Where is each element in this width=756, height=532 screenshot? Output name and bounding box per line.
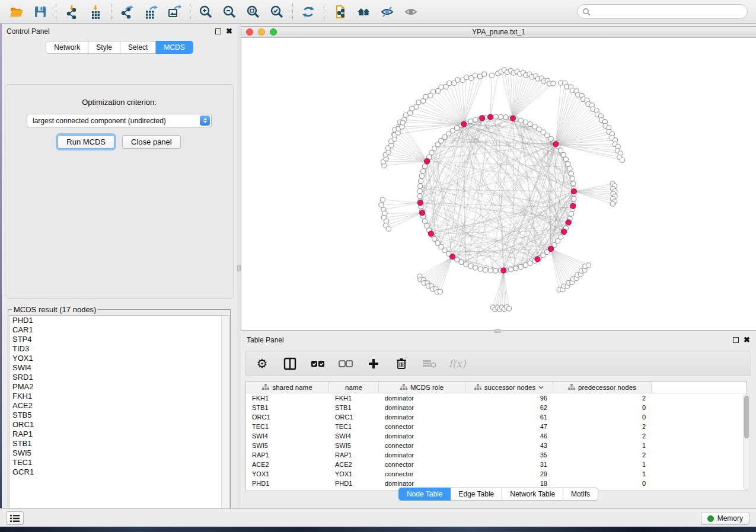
list-item[interactable]: SWI5 — [9, 448, 229, 458]
criterion-select[interactable]: largest connected component (undirected) — [27, 114, 212, 127]
zoom-out-icon — [222, 5, 237, 19]
table-row[interactable]: ORC1ORC1dominator610 — [246, 412, 747, 422]
table-cell: 2 — [553, 451, 652, 459]
table-row[interactable]: ACE2ACE2connector311 — [246, 460, 747, 469]
list-item[interactable]: ORC1 — [9, 420, 229, 430]
tab-select[interactable]: Select — [120, 41, 156, 54]
close-panel-icon[interactable]: ✖ — [226, 28, 232, 34]
column-header-successor-nodes[interactable]: successor nodes — [465, 382, 553, 393]
table-cell: 0 — [553, 480, 652, 487]
list-item[interactable]: FKH1 — [9, 392, 229, 401]
import-table-button[interactable] — [84, 2, 107, 21]
tab-network-table[interactable]: Network Table — [502, 488, 563, 501]
run-mcds-button[interactable]: Run MCDS — [58, 135, 114, 149]
table-scrollbar-thumb[interactable] — [744, 396, 749, 438]
tab-mcds[interactable]: MCDS — [156, 41, 193, 54]
show-all-button[interactable] — [399, 2, 423, 21]
list-item[interactable]: STB1 — [9, 439, 229, 448]
tab-edge-table[interactable]: Edge Table — [451, 488, 502, 501]
open-file-icon — [9, 5, 24, 19]
hide-selected-button[interactable] — [375, 2, 399, 21]
tab-node-table[interactable]: Node Table — [398, 488, 451, 501]
zoom-fit-button[interactable] — [241, 2, 265, 21]
list-item[interactable]: SRD1 — [9, 373, 229, 382]
table-cell: connector — [379, 423, 465, 430]
toolbar-separator — [56, 4, 56, 20]
list-item[interactable]: TEC1 — [9, 458, 229, 467]
table-cell: YOX1 — [246, 470, 329, 477]
network-canvas[interactable] — [241, 38, 755, 330]
export-network-button[interactable] — [115, 2, 139, 21]
export-table-icon — [143, 5, 158, 19]
tab-motifs[interactable]: Motifs — [563, 488, 598, 501]
memory-button[interactable]: Memory — [701, 512, 749, 525]
search-input[interactable] — [591, 8, 733, 16]
export-image-button[interactable] — [162, 2, 186, 21]
list-item[interactable]: GCR1 — [9, 467, 229, 477]
table-row[interactable]: YOX1YOX1connector291 — [246, 469, 747, 479]
zoom-selected-button[interactable] — [265, 2, 289, 21]
table-scrollbar[interactable] — [743, 394, 750, 490]
column-header-name[interactable]: name — [329, 382, 379, 393]
close-table-panel-icon[interactable]: ✖ — [744, 337, 750, 343]
list-item[interactable]: SWI4 — [9, 363, 229, 373]
list-item[interactable]: CAR1 — [9, 325, 229, 335]
export-table-button[interactable] — [139, 2, 162, 21]
tab-style[interactable]: Style — [88, 41, 120, 54]
toolbar-separator — [190, 4, 190, 20]
deselect-all-icon[interactable] — [338, 356, 353, 371]
list-item[interactable]: RAP1 — [9, 430, 229, 439]
delete-column-icon[interactable] — [394, 356, 409, 371]
table-row[interactable]: PHD1PHD1dominator180 — [246, 479, 747, 488]
mcds-result-list[interactable]: PHD1CAR1STP4TID3YOX1SWI4SRD1PMA2FKH1ACE2… — [9, 315, 229, 530]
list-item[interactable]: PHD1 — [9, 316, 229, 325]
list-item[interactable]: STP4 — [9, 335, 229, 344]
list-item[interactable]: YOX1 — [9, 354, 229, 363]
zoom-out-button[interactable] — [218, 2, 241, 21]
table-row[interactable]: SWI5SWI5connector431 — [246, 441, 747, 450]
float-panel-icon[interactable] — [215, 28, 221, 34]
search-box[interactable] — [577, 4, 748, 19]
list-item[interactable]: STB5 — [9, 411, 229, 420]
open-file-button[interactable] — [5, 2, 28, 21]
refresh-button[interactable] — [296, 2, 320, 21]
result-list-scrollbar[interactable] — [221, 316, 229, 529]
first-neighbors-button[interactable] — [352, 2, 375, 21]
task-list-icon — [10, 514, 20, 523]
horizontal-splitter-handle[interactable] — [495, 329, 500, 333]
save-session-button[interactable] — [28, 2, 52, 21]
close-panel-button[interactable]: Close panel — [122, 135, 181, 149]
table-row[interactable]: STB1STB1dominator620 — [246, 403, 747, 412]
split-panel-icon[interactable] — [282, 356, 298, 371]
network-window-titlebar[interactable]: YPA_prune.txt_1 — [241, 27, 756, 38]
table-cell: FKH1 — [246, 395, 329, 402]
table-cell: dominator — [379, 404, 465, 411]
delete-table-icon — [422, 356, 437, 371]
table-row[interactable]: FKH1FKH1dominator962 — [246, 393, 747, 403]
new-network-file-icon — [333, 5, 347, 19]
vertical-splitter-handle[interactable] — [237, 265, 241, 271]
list-item[interactable]: PMA2 — [9, 382, 229, 392]
column-header-predecessor-nodes[interactable]: predecessor nodes — [553, 382, 652, 393]
table-cell: dominator — [379, 414, 465, 421]
float-table-panel-icon[interactable] — [733, 337, 739, 343]
column-header-MCDS-role[interactable]: MCDS role — [379, 382, 465, 393]
new-network-file-button[interactable] — [328, 2, 352, 21]
select-all-icon[interactable] — [310, 356, 326, 371]
task-history-button[interactable] — [6, 511, 24, 525]
table-row[interactable]: SWI4SWI4dominator462 — [246, 431, 747, 441]
zoom-in-button[interactable] — [194, 2, 218, 21]
table-row[interactable]: RAP1RAP1dominator352 — [246, 450, 747, 460]
list-item[interactable]: ACE2 — [9, 401, 229, 411]
shared-column-icon — [400, 384, 407, 390]
import-network-icon — [65, 5, 79, 19]
table-settings-icon[interactable]: ⚙ — [254, 356, 270, 371]
list-item[interactable]: TID3 — [9, 344, 229, 354]
import-network-button[interactable] — [60, 2, 84, 21]
tab-network[interactable]: Network — [46, 41, 88, 54]
node-table[interactable]: shared namenameMCDS rolesuccessor nodesp… — [245, 381, 747, 491]
column-header-shared-name[interactable]: shared name — [246, 382, 329, 393]
add-column-icon[interactable] — [366, 356, 381, 371]
table-row[interactable]: TEC1TEC1connector472 — [246, 422, 747, 431]
export-network-icon — [120, 5, 134, 19]
